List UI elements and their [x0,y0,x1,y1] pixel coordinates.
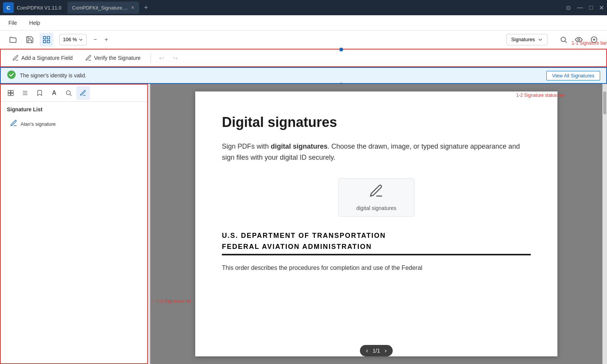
pdf-dept-divider [222,254,531,255]
signature-bar-label: 1-1 Signature bar [572,40,607,46]
signatures-label: Signatures [511,37,535,42]
pdf-dept-line1: U.S. DEPARTMENT OF TRANSPORTATION [222,232,531,240]
status-valid-icon [7,70,16,81]
verify-signature-button[interactable]: Verify the Signature [80,52,146,64]
svg-rect-2 [43,40,46,42]
menubar: File Help [0,15,607,30]
signature-tab[interactable] [76,86,90,100]
signature-status-bar: The signer's identity is valid. View All… [0,67,607,84]
svg-line-5 [565,41,567,43]
maximize-button[interactable]: □ [589,4,593,11]
titlebar: C ComPDFKit V1.11.0 ComPDFKit_Signature.… [0,0,607,15]
pdf-body: Sign PDFs with digital signatures. Choos… [222,141,531,163]
signature-list-icon [10,119,18,129]
close-button[interactable]: ✕ [599,4,604,11]
svg-rect-11 [8,90,10,93]
new-tab-button[interactable]: + [141,2,151,13]
sig-bar-divider [151,53,151,63]
menu-file[interactable]: File [6,18,19,27]
vertical-scrollbar[interactable] [602,84,607,364]
pdf-dept-line2: FEDERAL AVIATION ADMINISTRATION [222,243,531,251]
sig-bar-nav: ↩ ↪ [156,52,181,64]
sidebar: A Signature List Alan's signature 1-3 Si… [0,84,148,364]
zoom-value: 106 % [63,37,77,42]
pdf-sig-label: digital signatures [356,205,396,211]
window-controls: ⊙ — □ ✕ [566,4,604,11]
svg-rect-12 [11,90,13,93]
prev-page-button[interactable]: ‹ [366,347,368,354]
menu-help[interactable]: Help [27,18,43,27]
zoom-out-button[interactable]: − [91,36,99,43]
signature-list-title: Signature List [7,106,141,112]
search-button[interactable] [557,33,570,47]
verify-label: Verify the Signature [94,55,141,61]
layout-button[interactable] [40,33,53,47]
pdf-description: This order describes the procedures for … [222,263,531,273]
sidebar-tabs: A [1,85,147,102]
pdf-signature-box: digital signatures [338,178,414,216]
signature-name: Alan's signature [21,121,56,127]
sidebar-content: Signature List Alan's signature [1,102,147,136]
scrollbar-thumb[interactable] [603,91,606,114]
tab-label: ComPDFKit_Signature.... [72,5,128,11]
page-navigation: ‹ 1/1 › [360,345,393,356]
svg-point-4 [561,37,565,42]
signatures-dropdown[interactable]: Signatures [506,34,548,45]
tab-close-button[interactable]: ✕ [131,5,135,10]
pdf-sig-icon [369,183,384,202]
svg-point-10 [7,71,16,79]
zoom-in-button[interactable]: + [102,36,110,43]
app-title: ComPDFKit V1.11.0 [17,5,61,11]
save-button[interactable] [23,33,37,47]
bookmark-tab[interactable] [33,86,47,100]
svg-point-18 [66,91,71,95]
zoom-control[interactable]: 106 % [59,34,87,45]
status-message: The signer's identity is valid. [20,72,87,79]
page-indicator: 1/1 [373,348,380,354]
pdf-viewer[interactable]: Digital signatures Sign PDFs with digita… [150,84,602,364]
svg-rect-0 [43,36,46,38]
redo-button[interactable]: ↪ [169,52,181,64]
svg-rect-13 [8,93,10,96]
add-signature-field-button[interactable]: Add a Signature Field [7,52,78,64]
camera-icon[interactable]: ⊙ [566,4,571,11]
toolbar: 106 % − + Signatures [0,30,607,49]
next-page-button[interactable]: › [385,347,387,354]
pdf-title: Digital signatures [222,114,531,130]
svg-line-19 [70,94,71,96]
active-tab[interactable]: ComPDFKit_Signature.... ✕ [67,2,139,14]
thumbnail-tab[interactable] [4,86,18,100]
undo-button[interactable]: ↩ [156,52,168,64]
svg-rect-1 [47,36,50,38]
signature-list-item[interactable]: Alan's signature [7,117,141,131]
app-logo: C [3,2,14,13]
signature-bar: 1-1 Signature bar Add a Signature Field … [0,49,607,67]
search-tab[interactable] [62,86,75,100]
handle-dot-top [339,48,343,51]
view-all-signatures-button[interactable]: View All Signatures [546,71,600,80]
minimize-button[interactable]: — [577,4,583,11]
outline-tab[interactable] [18,86,32,100]
text-tab[interactable]: A [47,86,61,100]
svg-rect-14 [11,93,13,96]
main-layout: A Signature List Alan's signature 1-3 Si… [0,84,607,364]
open-button[interactable] [6,33,20,47]
pdf-page: Digital signatures Sign PDFs with digita… [195,91,557,356]
add-field-label: Add a Signature Field [21,55,73,61]
svg-rect-3 [47,40,50,42]
